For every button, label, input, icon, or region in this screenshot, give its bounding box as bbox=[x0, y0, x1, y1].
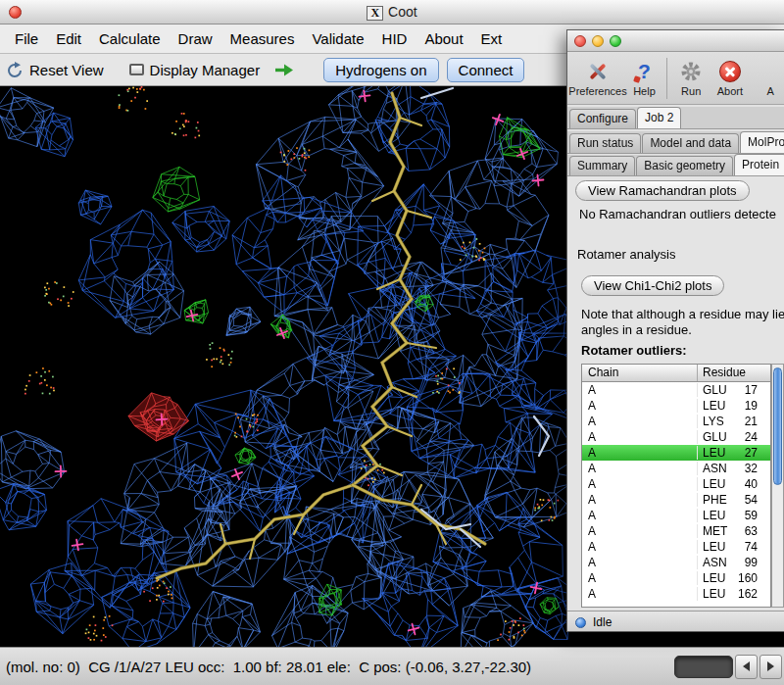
display-manager-button[interactable]: Display Manager bbox=[150, 62, 261, 78]
table-row[interactable]: ALEU40 bbox=[582, 476, 770, 492]
gear-icon bbox=[678, 59, 704, 84]
right-arrow-icon bbox=[767, 661, 774, 671]
tabstrip-jobs: Configure Job 2 bbox=[567, 107, 784, 129]
table-row[interactable]: ALEU160 bbox=[582, 570, 770, 586]
clipped-icon bbox=[758, 59, 783, 84]
scroll-right-button[interactable] bbox=[760, 655, 782, 679]
dialog-minimize-button[interactable] bbox=[592, 35, 604, 47]
rotamer-outlier-table: Chain Residue AGLU17ALEU19ALYS21AGLU24AL… bbox=[581, 364, 771, 608]
window-title: XCoot bbox=[0, 4, 784, 21]
view-ramachandran-plots-button[interactable]: View Ramachandran plots bbox=[575, 180, 750, 201]
table-row[interactable]: AGLU24 bbox=[582, 429, 770, 445]
table-header: Chain Residue bbox=[582, 365, 770, 382]
dialog-status-bar: Idle bbox=[567, 611, 784, 632]
dialog-status-text: Idle bbox=[593, 615, 612, 629]
left-arrow-icon bbox=[743, 661, 750, 671]
tab-basic-geometry[interactable]: Basic geometry bbox=[636, 156, 733, 175]
table-row[interactable]: ALEU27 bbox=[582, 445, 770, 461]
scrollbar-track[interactable] bbox=[674, 656, 733, 678]
molprobity-dialog: Preferences ? Help Run Abort A Configure… bbox=[566, 29, 784, 632]
menu-ext[interactable]: Ext bbox=[472, 30, 512, 47]
preferences-button[interactable]: Preferences bbox=[569, 54, 626, 103]
table-row[interactable]: APHE54 bbox=[582, 492, 770, 508]
tabstrip-molprobity-sections: Summary Basic geometry Protein C bbox=[567, 155, 784, 176]
abort-icon bbox=[717, 59, 743, 84]
table-row[interactable]: AASN99 bbox=[582, 555, 770, 570]
tab-model-and-data[interactable]: Model and data bbox=[642, 133, 739, 153]
window-title-text: Coot bbox=[388, 4, 417, 20]
help-button[interactable]: ? Help bbox=[626, 54, 662, 103]
menu-hid[interactable]: HID bbox=[373, 30, 416, 47]
view-chi1-chi2-plots-button[interactable]: View Chi1-Chi2 plots bbox=[581, 275, 724, 296]
dialog-toolbar: Preferences ? Help Run Abort A bbox=[567, 52, 784, 105]
tab-protein[interactable]: Protein bbox=[734, 154, 784, 175]
menu-about[interactable]: About bbox=[416, 30, 471, 47]
tab-job-2[interactable]: Job 2 bbox=[637, 107, 681, 128]
clipped-toolbar-button[interactable]: A bbox=[757, 54, 784, 103]
menu-file[interactable]: File bbox=[6, 30, 47, 47]
help-icon: ? bbox=[631, 59, 657, 84]
table-row[interactable]: AMET63 bbox=[582, 523, 770, 539]
reset-view-icon[interactable] bbox=[6, 62, 24, 78]
rotamer-analysis-label: Rotamer analysis bbox=[577, 247, 675, 262]
connect-toggle-button[interactable]: Connect bbox=[447, 58, 525, 82]
main-title-bar[interactable]: XCoot bbox=[0, 0, 784, 24]
display-manager-icon[interactable] bbox=[129, 64, 144, 75]
reset-view-button[interactable]: Reset View bbox=[29, 62, 104, 78]
dialog-title-bar[interactable] bbox=[567, 30, 784, 52]
menu-draw[interactable]: Draw bbox=[170, 30, 221, 47]
menu-measures[interactable]: Measures bbox=[221, 30, 304, 47]
column-header-chain[interactable]: Chain bbox=[582, 365, 698, 381]
atom-status-text: (mol. no: 0) CG /1/A/27 LEU occ: 1.00 bf… bbox=[6, 659, 531, 675]
rotamer-outliers-label: Rotamer outliers: bbox=[581, 343, 687, 358]
hydrogens-toggle-button[interactable]: Hydrogens on bbox=[323, 58, 438, 82]
tools-icon bbox=[585, 59, 611, 84]
green-arrow-icon[interactable] bbox=[273, 63, 294, 77]
help-label: Help bbox=[633, 85, 656, 97]
tab-summary[interactable]: Summary bbox=[569, 156, 635, 175]
tab-run-status[interactable]: Run status bbox=[569, 133, 641, 153]
abort-label: Abort bbox=[717, 85, 743, 97]
x11-window-icon: X bbox=[367, 6, 383, 21]
table-row[interactable]: ALEU19 bbox=[582, 398, 770, 414]
run-label: Run bbox=[681, 85, 701, 97]
abort-button[interactable]: Abort bbox=[711, 54, 750, 103]
column-header-residue[interactable]: Residue bbox=[698, 365, 770, 381]
tab-configure[interactable]: Configure bbox=[569, 109, 636, 128]
status-indicator-icon bbox=[575, 617, 586, 628]
table-scrollbar-thumb[interactable] bbox=[773, 367, 782, 485]
table-row[interactable]: AASN32 bbox=[582, 461, 770, 476]
menu-calculate[interactable]: Calculate bbox=[90, 30, 170, 47]
toolbar-separator bbox=[666, 58, 667, 99]
run-button[interactable]: Run bbox=[671, 54, 711, 103]
horizontal-scrollbar[interactable] bbox=[674, 651, 782, 682]
protein-tab-content: View Ramachandran plots No Ramachandran … bbox=[567, 176, 784, 611]
table-row[interactable]: ALYS21 bbox=[582, 414, 770, 429]
table-scrollbar[interactable] bbox=[771, 364, 784, 608]
ramachandran-result-text: No Ramachandran outliers detecte bbox=[579, 207, 776, 221]
menu-validate[interactable]: Validate bbox=[303, 30, 372, 47]
rotamer-note-line2: angles in a residue. bbox=[581, 322, 692, 337]
table-row[interactable]: ALEU162 bbox=[582, 586, 770, 602]
preferences-label: Preferences bbox=[568, 85, 626, 97]
menu-edit[interactable]: Edit bbox=[47, 30, 90, 47]
table-row[interactable]: ALEU59 bbox=[582, 508, 770, 523]
dialog-close-button[interactable] bbox=[574, 35, 586, 47]
clipped-label: A bbox=[766, 85, 773, 97]
table-row[interactable]: ALEU74 bbox=[582, 539, 770, 555]
main-status-bar: (mol. no: 0) CG /1/A/27 LEU occ: 1.00 bf… bbox=[0, 647, 784, 685]
rotamer-note-line1: Note that although a residue may lie bbox=[581, 307, 784, 321]
table-row[interactable]: AGLU17 bbox=[582, 382, 770, 398]
tabstrip-job-pages: Run status Model and data MolProbit bbox=[567, 131, 784, 154]
dialog-zoom-button[interactable] bbox=[610, 35, 621, 47]
outlier-table-body: AGLU17ALEU19ALYS21AGLU24ALEU27AASN32ALEU… bbox=[582, 382, 770, 602]
scroll-left-button[interactable] bbox=[735, 655, 758, 679]
tab-molprobity[interactable]: MolProbit bbox=[740, 131, 784, 153]
